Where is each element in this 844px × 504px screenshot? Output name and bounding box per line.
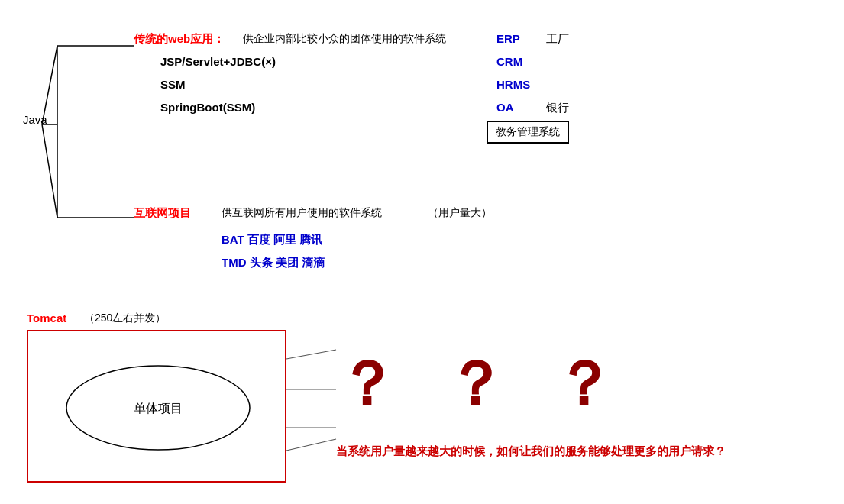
svg-text:单体项目: 单体项目 bbox=[134, 402, 183, 415]
traditional-web-label: 传统的web应用： bbox=[134, 32, 225, 47]
internet-description: 供互联网所有用户使用的软件系统 bbox=[222, 206, 382, 220]
question-marks: ？ ？ ？ bbox=[336, 344, 629, 426]
bank-label: 银行 bbox=[546, 101, 569, 115]
oa-label: OA bbox=[496, 101, 514, 114]
factory-label: 工厂 bbox=[546, 32, 569, 47]
svg-line-5 bbox=[42, 124, 57, 218]
single-project-box: 单体项目 bbox=[27, 330, 286, 483]
traditional-web-description: 供企业内部比较小众的团体使用的软件系统 bbox=[243, 32, 446, 46]
trad-item-springboot: SpringBoot(SSM) bbox=[160, 101, 255, 114]
tomcat-label: Tomcat bbox=[27, 312, 66, 325]
trad-item-jsp: JSP/Servlet+JDBC(×) bbox=[160, 55, 276, 68]
trad-item-ssm: SSM bbox=[160, 78, 186, 91]
svg-line-11 bbox=[286, 439, 336, 451]
erp-label: ERP bbox=[496, 32, 520, 45]
jiaowu-box: 教务管理系统 bbox=[487, 121, 569, 144]
internet-label: 互联网项目 bbox=[134, 206, 191, 221]
single-project-svg: 单体项目 bbox=[28, 331, 288, 484]
crm-label: CRM bbox=[496, 55, 522, 68]
tmd-companies: TMD 头条 美团 滴滴 bbox=[222, 256, 325, 270]
bat-companies: BAT 百度 阿里 腾讯 bbox=[222, 233, 322, 247]
java-label: Java bbox=[23, 113, 47, 126]
tomcat-concurrency: （250左右并发） bbox=[84, 312, 166, 325]
svg-line-8 bbox=[286, 350, 336, 359]
hrms-label: HRMS bbox=[496, 78, 530, 91]
bottom-question-text: 当系统用户量越来越大的时候，如何让我们的服务能够处理更多的用户请求？ bbox=[336, 444, 726, 459]
internet-users: （用户量大） bbox=[428, 206, 492, 220]
